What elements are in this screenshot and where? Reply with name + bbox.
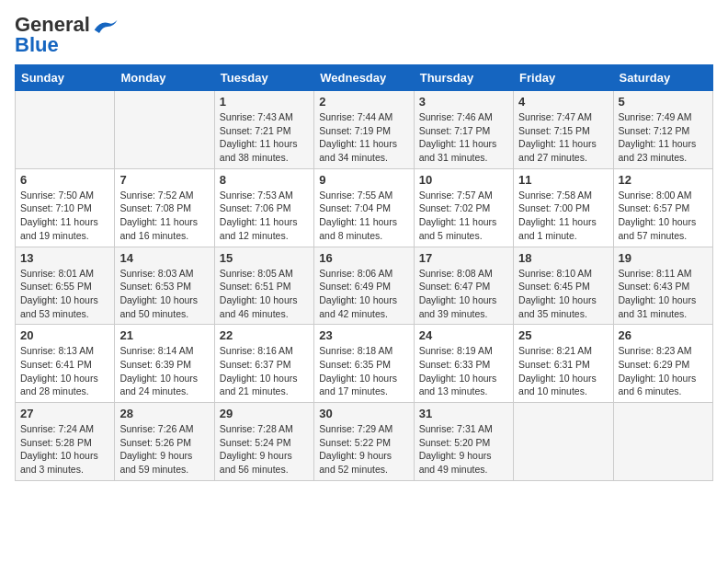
day-number: 11 [518, 173, 608, 187]
day-header-sunday: Sunday [16, 65, 115, 91]
day-cell: 6Sunrise: 7:50 AMSunset: 7:10 PMDaylight… [16, 168, 115, 247]
day-header-tuesday: Tuesday [214, 65, 313, 91]
day-header-monday: Monday [115, 65, 214, 91]
day-content: Sunrise: 7:29 AMSunset: 5:22 PMDaylight:… [319, 422, 408, 477]
day-cell: 15Sunrise: 8:05 AMSunset: 6:51 PMDayligh… [214, 247, 313, 325]
week-row-4: 20Sunrise: 8:13 AMSunset: 6:41 PMDayligh… [16, 325, 713, 403]
day-cell: 10Sunrise: 7:57 AMSunset: 7:02 PMDayligh… [414, 168, 513, 247]
day-cell: 19Sunrise: 8:11 AMSunset: 6:43 PMDayligh… [613, 247, 712, 325]
page-header: General Blue [15, 15, 713, 55]
logo-blue: Blue [15, 35, 59, 55]
day-cell: 2Sunrise: 7:44 AMSunset: 7:19 PMDaylight… [314, 91, 414, 169]
day-number: 9 [319, 173, 408, 187]
day-content: Sunrise: 8:18 AMSunset: 6:35 PMDaylight:… [319, 344, 408, 398]
week-row-2: 6Sunrise: 7:50 AMSunset: 7:10 PMDaylight… [16, 168, 713, 247]
day-header-thursday: Thursday [414, 65, 513, 91]
day-cell: 3Sunrise: 7:46 AMSunset: 7:17 PMDaylight… [414, 91, 513, 169]
day-number: 14 [119, 251, 209, 265]
day-cell [16, 91, 115, 169]
day-cell [514, 403, 613, 481]
day-cell: 5Sunrise: 7:49 AMSunset: 7:12 PMDaylight… [613, 91, 712, 169]
day-content: Sunrise: 8:23 AMSunset: 6:29 PMDaylight:… [619, 344, 708, 398]
logo-text: General [15, 15, 90, 35]
day-number: 12 [619, 173, 708, 187]
day-cell: 20Sunrise: 8:13 AMSunset: 6:41 PMDayligh… [16, 325, 115, 403]
day-cell: 27Sunrise: 7:24 AMSunset: 5:28 PMDayligh… [16, 403, 115, 481]
day-cell: 7Sunrise: 7:52 AMSunset: 7:08 PMDaylight… [115, 168, 214, 247]
day-cell: 9Sunrise: 7:55 AMSunset: 7:04 PMDaylight… [314, 168, 414, 247]
day-number: 30 [319, 407, 408, 420]
day-number: 5 [619, 95, 708, 109]
day-content: Sunrise: 8:01 AMSunset: 6:55 PMDaylight:… [20, 267, 109, 321]
day-cell: 4Sunrise: 7:47 AMSunset: 7:15 PMDaylight… [514, 91, 613, 169]
day-cell: 13Sunrise: 8:01 AMSunset: 6:55 PMDayligh… [16, 247, 115, 325]
day-cell: 17Sunrise: 8:08 AMSunset: 6:47 PMDayligh… [414, 247, 513, 325]
day-content: Sunrise: 7:49 AMSunset: 7:12 PMDaylight:… [619, 110, 708, 165]
day-content: Sunrise: 8:00 AMSunset: 6:57 PMDaylight:… [619, 189, 708, 243]
day-cell: 1Sunrise: 7:43 AMSunset: 7:21 PMDaylight… [214, 91, 313, 169]
logo-bird-icon [94, 18, 119, 33]
day-number: 17 [419, 251, 508, 265]
day-content: Sunrise: 8:21 AMSunset: 6:31 PMDaylight:… [518, 344, 608, 398]
day-cell: 22Sunrise: 8:16 AMSunset: 6:37 PMDayligh… [214, 325, 313, 403]
day-number: 25 [518, 328, 608, 342]
day-content: Sunrise: 7:46 AMSunset: 7:17 PMDaylight:… [419, 110, 508, 165]
day-number: 19 [619, 251, 708, 265]
day-number: 15 [220, 251, 309, 265]
day-number: 3 [419, 95, 508, 109]
day-number: 10 [419, 173, 508, 187]
day-content: Sunrise: 7:31 AMSunset: 5:20 PMDaylight:… [419, 422, 508, 477]
day-number: 27 [20, 407, 109, 420]
week-row-3: 13Sunrise: 8:01 AMSunset: 6:55 PMDayligh… [16, 247, 713, 325]
day-content: Sunrise: 7:57 AMSunset: 7:02 PMDaylight:… [419, 189, 508, 243]
day-header-saturday: Saturday [613, 65, 712, 91]
day-cell: 29Sunrise: 7:28 AMSunset: 5:24 PMDayligh… [214, 403, 313, 481]
day-number: 1 [220, 95, 309, 109]
logo: General Blue [15, 15, 119, 55]
day-cell: 14Sunrise: 8:03 AMSunset: 6:53 PMDayligh… [115, 247, 214, 325]
day-number: 16 [319, 251, 408, 265]
day-content: Sunrise: 7:26 AMSunset: 5:26 PMDaylight:… [119, 422, 209, 477]
day-number: 31 [419, 407, 508, 420]
day-content: Sunrise: 7:58 AMSunset: 7:00 PMDaylight:… [518, 189, 608, 243]
day-cell: 23Sunrise: 8:18 AMSunset: 6:35 PMDayligh… [314, 325, 414, 403]
day-cell: 26Sunrise: 8:23 AMSunset: 6:29 PMDayligh… [613, 325, 712, 403]
day-number: 24 [419, 328, 508, 342]
day-header-friday: Friday [514, 65, 613, 91]
day-content: Sunrise: 8:10 AMSunset: 6:45 PMDaylight:… [518, 267, 608, 321]
day-number: 18 [518, 251, 608, 265]
day-content: Sunrise: 8:19 AMSunset: 6:33 PMDaylight:… [419, 344, 508, 398]
day-content: Sunrise: 8:11 AMSunset: 6:43 PMDaylight:… [619, 267, 708, 321]
week-row-5: 27Sunrise: 7:24 AMSunset: 5:28 PMDayligh… [16, 403, 713, 481]
day-content: Sunrise: 7:28 AMSunset: 5:24 PMDaylight:… [220, 422, 309, 477]
day-cell: 12Sunrise: 8:00 AMSunset: 6:57 PMDayligh… [613, 168, 712, 247]
day-content: Sunrise: 7:52 AMSunset: 7:08 PMDaylight:… [119, 189, 209, 243]
day-cell: 30Sunrise: 7:29 AMSunset: 5:22 PMDayligh… [314, 403, 414, 481]
day-content: Sunrise: 8:08 AMSunset: 6:47 PMDaylight:… [419, 267, 508, 321]
day-number: 7 [119, 173, 209, 187]
day-content: Sunrise: 7:24 AMSunset: 5:28 PMDaylight:… [20, 422, 109, 477]
day-number: 22 [220, 328, 309, 342]
day-cell: 21Sunrise: 8:14 AMSunset: 6:39 PMDayligh… [115, 325, 214, 403]
day-number: 20 [20, 328, 109, 342]
day-content: Sunrise: 7:50 AMSunset: 7:10 PMDaylight:… [20, 189, 109, 243]
week-row-1: 1Sunrise: 7:43 AMSunset: 7:21 PMDaylight… [16, 91, 713, 169]
day-number: 13 [20, 251, 109, 265]
day-cell: 28Sunrise: 7:26 AMSunset: 5:26 PMDayligh… [115, 403, 214, 481]
day-cell [613, 403, 712, 481]
day-cell: 16Sunrise: 8:06 AMSunset: 6:49 PMDayligh… [314, 247, 414, 325]
day-number: 6 [20, 173, 109, 187]
day-cell: 18Sunrise: 8:10 AMSunset: 6:45 PMDayligh… [514, 247, 613, 325]
day-number: 28 [119, 407, 209, 420]
day-number: 2 [319, 95, 408, 109]
day-content: Sunrise: 7:44 AMSunset: 7:19 PMDaylight:… [319, 110, 408, 165]
day-header-wednesday: Wednesday [314, 65, 414, 91]
day-cell: 25Sunrise: 8:21 AMSunset: 6:31 PMDayligh… [514, 325, 613, 403]
day-number: 26 [619, 328, 708, 342]
day-cell: 31Sunrise: 7:31 AMSunset: 5:20 PMDayligh… [414, 403, 513, 481]
day-content: Sunrise: 7:47 AMSunset: 7:15 PMDaylight:… [518, 110, 608, 165]
day-content: Sunrise: 8:06 AMSunset: 6:49 PMDaylight:… [319, 267, 408, 321]
day-content: Sunrise: 8:05 AMSunset: 6:51 PMDaylight:… [220, 267, 309, 321]
day-content: Sunrise: 8:03 AMSunset: 6:53 PMDaylight:… [119, 267, 209, 321]
day-content: Sunrise: 7:55 AMSunset: 7:04 PMDaylight:… [319, 189, 408, 243]
